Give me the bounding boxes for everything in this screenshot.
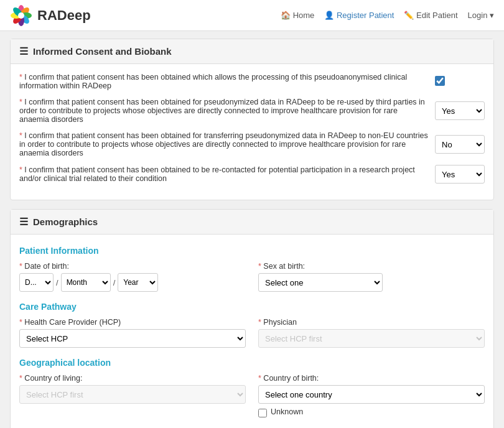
dob-group: * Date of birth: D... / Month / Yea [19,262,246,292]
consent-text-3: * I confirm that patient consent has bee… [19,131,429,157]
edit-icon: ✏️ [404,11,414,20]
page-content: ☰ Informed Consent and Biobank * I confi… [0,31,504,428]
dob-label: * Date of birth: [19,262,246,271]
physician-label: * Physician [258,318,485,327]
list-icon-consent: ☰ [19,45,28,57]
country-birth-label: * Country of birth: [258,374,485,383]
consent-select-4[interactable]: Yes No [435,165,485,184]
physician-group: * Physician Select HCP first [258,318,485,348]
dob-month-select[interactable]: Month [61,273,111,292]
patient-info-header: Patient Information [19,246,485,256]
brand: RADeep [10,4,91,27]
home-icon: 🏠 [281,11,291,20]
nav-edit[interactable]: ✏️ Edit Patient [404,11,457,20]
brand-name: RADeep [37,7,91,24]
consent-row-4: * I confirm that patient consent has bee… [19,165,485,184]
country-birth-select[interactable]: Select one country [258,385,485,404]
consent-select-3[interactable]: Yes No [435,135,485,154]
unknown-label: Unknown [271,407,303,416]
consent-row-1: * I confirm that patient consent has bee… [19,73,485,90]
consent-control-2: Yes No [435,101,485,120]
consent-control-1 [435,76,485,88]
care-pathway-header: Care Pathway [19,302,485,312]
consent-section: ☰ Informed Consent and Biobank * I confi… [10,39,494,200]
unknown-row: Unknown [258,407,485,419]
consent-row-3: * I confirm that patient consent has bee… [19,131,485,157]
dob-day-select[interactable]: D... [19,273,54,292]
consent-checkbox-1[interactable] [435,76,445,86]
nav-login[interactable]: Login ▾ [468,11,494,20]
sex-select[interactable]: Select one Male Female Other [258,273,383,292]
list-icon-demographics: ☰ [19,216,28,228]
consent-control-3: Yes No [435,135,485,154]
navbar: RADeep 🏠 Home 👤 Register Patient ✏️ Edit… [0,0,504,31]
dob-year-select[interactable]: Year [118,273,158,292]
physician-select[interactable]: Select HCP first [258,329,485,348]
geo-row: * Country of living: Select HCP first * … [19,374,485,419]
country-living-label: * Country of living: [19,374,246,383]
svg-point-8 [18,12,24,19]
consent-select-2[interactable]: Yes No [435,101,485,120]
dob-inputs: D... / Month / Year [19,273,246,292]
country-living-select[interactable]: Select HCP first [19,385,246,404]
sex-label: * Sex at birth: [258,262,485,271]
nav-register[interactable]: 👤 Register Patient [324,11,394,20]
consent-text-1: * I confirm that patient consent has bee… [19,73,429,90]
consent-text-4: * I confirm that patient consent has bee… [19,165,429,183]
consent-text-2: * I confirm that patient consent has bee… [19,98,429,124]
country-living-group: * Country of living: Select HCP first [19,374,246,419]
hcp-select[interactable]: Select HCP [19,329,246,348]
demographics-body: Patient Information * Date of birth: D..… [11,235,493,428]
logo-icon [10,4,32,27]
sex-group: * Sex at birth: Select one Male Female O… [258,262,485,292]
consent-control-4: Yes No [435,165,485,184]
demographics-section: ☰ Demographics Patient Information * Dat… [10,209,494,428]
nav-links: 🏠 Home 👤 Register Patient ✏️ Edit Patien… [281,11,494,20]
consent-body: * I confirm that patient consent has bee… [11,64,493,200]
geo-location-header: Geographical location [19,358,485,368]
demographics-header: ☰ Demographics [11,210,493,235]
unknown-checkbox[interactable] [258,409,267,417]
hcp-label: * Health Care Provider (HCP) [19,318,246,327]
nav-home[interactable]: 🏠 Home [281,11,314,20]
register-nav-icon: 👤 [324,11,334,20]
consent-row-2: * I confirm that patient consent has bee… [19,98,485,124]
patient-info-row: * Date of birth: D... / Month / Yea [19,262,485,292]
hcp-group: * Health Care Provider (HCP) Select HCP [19,318,246,348]
care-pathway-row: * Health Care Provider (HCP) Select HCP … [19,318,485,348]
consent-header: ☰ Informed Consent and Biobank [11,39,493,64]
country-birth-group: * Country of birth: Select one country U… [258,374,485,419]
